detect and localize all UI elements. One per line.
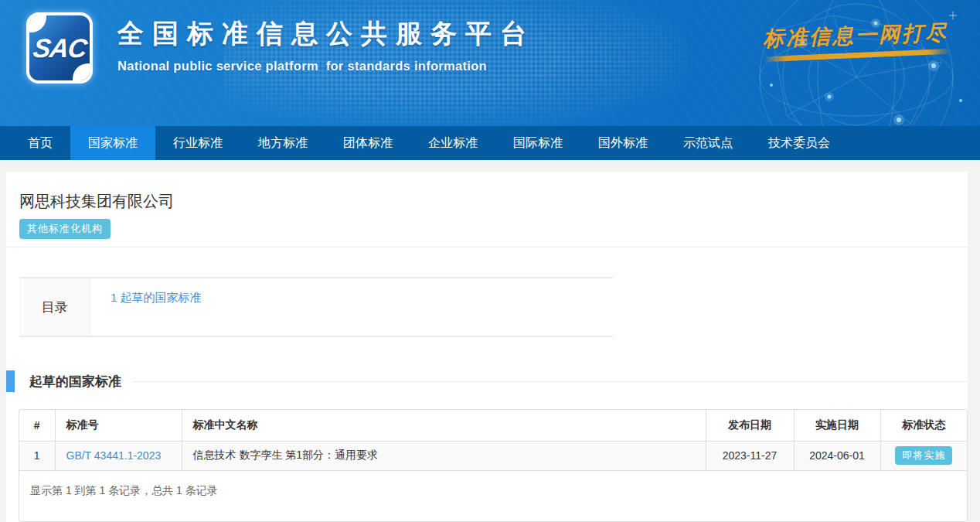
nav-item-foreign-standards[interactable]: 国外标准 (580, 126, 665, 160)
site-subtitle: National public service platform for sta… (117, 59, 535, 73)
banner-titles: 全国标准信息公共服务平台 National public service pla… (117, 16, 535, 73)
nav-item-group-standards[interactable]: 团体标准 (325, 126, 410, 160)
col-header-code: 标准号 (55, 410, 182, 441)
cell-standard-name: 信息技术 数字孪生 第1部分：通用要求 (182, 441, 706, 470)
standards-table: # 标准号 标准中文名称 发布日期 实施日期 标准状态 1 GB/T 43441… (19, 410, 967, 471)
toc-label: 目录 (19, 278, 90, 336)
cell-publish-date: 2023-11-27 (706, 441, 794, 470)
table-row: 1 GB/T 43441.1-2023 信息技术 数字孪生 第1部分：通用要求 … (19, 441, 967, 470)
col-header-name: 标准中文名称 (182, 410, 706, 441)
site-banner: SAC 全国标准信息公共服务平台 National public service… (0, 0, 980, 126)
table-header-row: # 标准号 标准中文名称 发布日期 实施日期 标准状态 (19, 410, 967, 441)
org-type-badge: 其他标准化机构 (19, 219, 111, 239)
cell-standard-code: GB/T 43441.1-2023 (55, 441, 182, 470)
standards-table-container: # 标准号 标准中文名称 发布日期 实施日期 标准状态 1 GB/T 43441… (19, 409, 968, 522)
toc-link-drafted-standards[interactable]: 1 起草的国家标准 (111, 291, 202, 304)
nav-item-national-standards[interactable]: 国家标准 (70, 126, 155, 160)
nav-item-technical-committee[interactable]: 技术委员会 (750, 126, 848, 160)
nav-item-local-standards[interactable]: 地方标准 (240, 126, 325, 160)
nav-item-international-standards[interactable]: 国际标准 (495, 126, 580, 160)
section-rule (133, 381, 968, 382)
col-header-implement-date: 实施日期 (794, 410, 880, 441)
nav-item-enterprise-standards[interactable]: 企业标准 (410, 126, 495, 160)
org-name: 网思科技集团有限公司 (19, 191, 968, 212)
standard-code-link[interactable]: GB/T 43441.1-2023 (66, 449, 162, 462)
status-badge: 即将实施 (895, 446, 952, 465)
sac-logo[interactable]: SAC (26, 12, 93, 84)
section-header: 起草的国家标准 (6, 370, 968, 393)
org-divider (6, 247, 968, 247)
section-title: 起草的国家标准 (29, 373, 121, 391)
col-header-publish-date: 发布日期 (706, 410, 794, 441)
cell-implement-date: 2024-06-01 (794, 441, 880, 470)
col-header-index: # (19, 410, 55, 441)
nav-item-pilot-demo[interactable]: 示范试点 (665, 126, 750, 160)
sac-logo-text: SAC (31, 33, 88, 63)
main-nav: 首页 国家标准 行业标准 地方标准 团体标准 企业标准 国际标准 国外标准 示范… (0, 126, 980, 160)
org-header: 网思科技集团有限公司 其他标准化机构 (6, 172, 968, 239)
toc-box: 目录 1 起草的国家标准 (19, 277, 613, 337)
content-card: 网思科技集团有限公司 其他标准化机构 目录 1 起草的国家标准 起草的国家标准 … (6, 172, 968, 522)
cell-status: 即将实施 (880, 441, 967, 470)
section-accent-bar (6, 370, 15, 392)
nav-item-industry-standards[interactable]: 行业标准 (155, 126, 240, 160)
toc-list: 1 起草的国家标准 (90, 278, 202, 336)
cell-index: 1 (19, 441, 55, 470)
table-record-summary: 显示第 1 到第 1 条记录，总共 1 条记录 (19, 471, 967, 521)
col-header-status: 标准状态 (880, 410, 967, 441)
sac-logo-tile: SAC (29, 15, 90, 80)
site-title: 全国标准信息公共服务平台 (117, 16, 535, 52)
nav-item-home[interactable]: 首页 (10, 126, 70, 160)
